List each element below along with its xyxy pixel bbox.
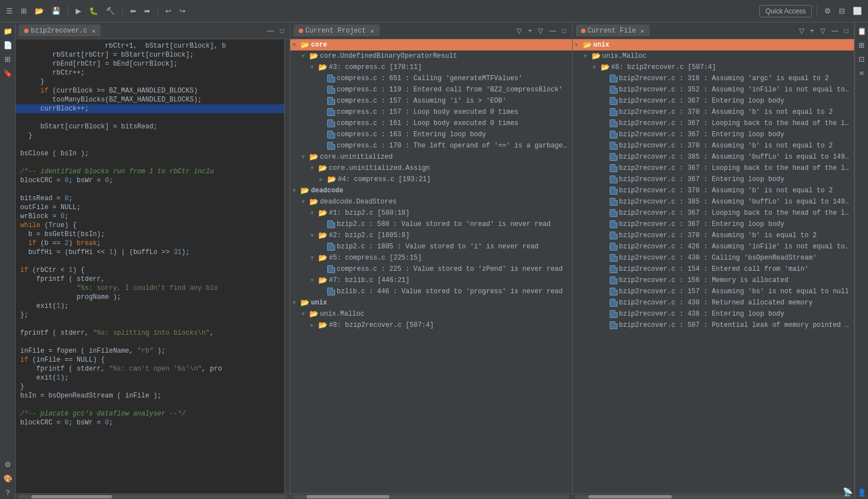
tree-item[interactable]: compress.c : 119 : Entered call from 'BZ… [290, 84, 572, 95]
cf-filter-btn[interactable]: ▽ [797, 26, 806, 36]
cf-minimize-btn[interactable]: — [829, 26, 841, 36]
run-btn[interactable]: ▶ [73, 5, 84, 17]
new-btn[interactable]: ⊞ [18, 5, 30, 17]
current-file-panel-tab[interactable]: Current File ✕ [576, 25, 649, 36]
tree-item[interactable]: bzip2recover.c : 370 : Assuming 'b' is n… [573, 140, 855, 151]
code-content[interactable]: rbCtr+1, bStart[currBlock], b rbStart[rb… [16, 39, 284, 493]
open-btn[interactable]: 📂 [32, 5, 47, 17]
structure-icon[interactable]: ⊞ [1, 53, 15, 66]
project-filter-btn[interactable]: ▽ [514, 26, 524, 36]
project-expand-btn[interactable]: ▽ [536, 26, 545, 36]
build-btn[interactable]: 🔨 [103, 5, 118, 17]
cf-add-btn[interactable]: + [808, 26, 816, 36]
code-maximize-btn[interactable]: □ [278, 26, 286, 36]
code-scrollbar-h[interactable] [18, 495, 287, 498]
cf-maximize-btn[interactable]: □ [842, 26, 851, 36]
tree-item[interactable]: bzip2recover.c : 426 : Assuming 'inFile'… [573, 241, 855, 252]
project-scrollbar-h[interactable] [293, 495, 570, 498]
tree-item[interactable]: bzip2recover.c : 367 : Entering loop bod… [573, 95, 855, 107]
tree-item[interactable]: bzip2recover.c : 370 : Assuming 'b' is n… [573, 107, 855, 118]
tree-item[interactable]: ▼ 📂 #5: compress.c [225:15] [290, 252, 572, 264]
editor-icon[interactable]: 📄 [1, 39, 15, 52]
tree-item[interactable]: bzip2.c : 1805 : Value stored to 'i' is … [290, 241, 572, 252]
tree-item-unix-root[interactable]: ▼ 📂 unix [573, 39, 855, 50]
layout-btn[interactable]: ⊟ [836, 5, 848, 17]
menu-btn[interactable]: ☰ [3, 5, 16, 17]
settings-side-icon[interactable]: ⚙ [1, 458, 15, 471]
tree-item[interactable]: ▼ 📂 unix.Malloc [290, 308, 572, 320]
tree-item[interactable]: ▼ 📂 #1: bzip2.c [580:18] [290, 207, 572, 219]
tree-item[interactable]: ▼ 📂 unix.Malloc [573, 50, 855, 62]
help-icon[interactable]: ? [1, 486, 15, 499]
tree-item[interactable]: ▼ 📂 core.uninitialized [290, 151, 572, 163]
quick-access-button[interactable]: Quick Access [759, 5, 812, 17]
code-scroll-indicator[interactable] [284, 39, 290, 493]
tree-item[interactable]: bzip2recover.c : 385 : Assuming 'buffLo'… [573, 151, 855, 163]
settings-btn[interactable]: ⚙ [821, 5, 834, 17]
tree-item-core[interactable]: ▼ 📂 core [290, 39, 572, 50]
tree-item[interactable]: bzip2recover.c : 154 : Entered call from… [573, 264, 855, 275]
tree-item[interactable]: bzip2recover.c : 157 : Assuming 'bs' is … [573, 286, 855, 297]
tree-item[interactable]: ▼ 📂 #2: bzip2.c [1805:8] [290, 230, 572, 241]
bookmark-icon[interactable]: 🔖 [1, 67, 15, 80]
tree-item-unix[interactable]: ▼ 📂 unix [290, 297, 572, 308]
code-tab-close[interactable]: ✕ [92, 27, 96, 35]
save-btn[interactable]: 💾 [49, 5, 63, 17]
theme-icon[interactable]: 🎨 [1, 472, 15, 485]
tree-item[interactable]: bzip2recover.c : 367 : Entering loop bod… [573, 174, 855, 185]
tree-item[interactable]: ▶ 📂 #8: bzip2recover.c [507:4] [290, 320, 572, 331]
tree-item[interactable]: bzip2recover.c : 370 : Assuming 'b' is e… [573, 230, 855, 241]
tree-item[interactable]: bzip2recover.c : 318 : Assuming 'argc' i… [573, 73, 855, 84]
maximize-btn[interactable]: ⬜ [850, 5, 865, 17]
current-file-tab-close[interactable]: ✕ [640, 27, 644, 35]
code-panel-tab[interactable]: bzip2recover.c ✕ [19, 25, 100, 36]
redo-btn[interactable]: ↪ [177, 5, 188, 17]
project-minimize-btn[interactable]: — [547, 26, 558, 36]
right-icon-5[interactable]: 👤 [855, 486, 869, 499]
code-minimize-btn[interactable]: — [265, 26, 276, 36]
project-add-btn[interactable]: + [526, 26, 534, 36]
right-icon-2[interactable]: ⊞ [855, 39, 869, 52]
tree-item[interactable]: bzip2recover.c : 367 : Entering loop bod… [573, 219, 855, 230]
forward-btn[interactable]: ➡ [141, 5, 153, 17]
tree-item[interactable]: bzip2recover.c : 507 : Potential leak of… [573, 320, 855, 331]
tree-item[interactable]: ▼ 📂 core.UndefinedBinaryOperatorResult [290, 50, 572, 62]
tree-item[interactable]: compress.c : 163 : Entering loop body [290, 129, 572, 140]
back-btn[interactable]: ⬅ [127, 5, 139, 17]
tree-item[interactable]: ▼ 📂 #8: bzip2recover.c [507:4] [573, 62, 855, 73]
tree-item[interactable]: bzip2recover.c : 438 : Entering loop bod… [573, 308, 855, 320]
tree-item[interactable]: compress.c : 157 : Assuming 'i' is > 'EO… [290, 95, 572, 107]
tree-item[interactable]: bzip2recover.c : 367 : Entering loop bod… [573, 129, 855, 140]
tree-item[interactable]: ▶ 📂 #4: compress.c [193:21] [290, 174, 572, 185]
tree-item[interactable]: compress.c : 225 : Value stored to 'zPen… [290, 264, 572, 275]
tree-item[interactable]: bzip2recover.c : 367 : Looping back to t… [573, 118, 855, 129]
tree-item[interactable]: compress.c : 157 : Loop body executed 0 … [290, 107, 572, 118]
project-tree[interactable]: ▼ 📂 core ▼ 📂 core.UndefinedBinaryOperato… [290, 39, 572, 493]
tree-item-deadcode[interactable]: ▼ 📂 deadcode [290, 185, 572, 196]
tree-item[interactable]: bzip2recover.c : 370 : Assuming 'b' is n… [573, 185, 855, 196]
undo-btn[interactable]: ↩ [163, 5, 174, 17]
tree-item[interactable]: compress.c : 651 : Calling 'generateMTFV… [290, 73, 572, 84]
tree-item[interactable]: ▼ 📂 #3: compress.c [170:11] [290, 62, 572, 73]
tree-item[interactable]: bzip2recover.c : 352 : Assuming 'inFile'… [573, 84, 855, 95]
right-icon-4[interactable]: ≡ [855, 67, 869, 80]
tree-item[interactable]: bzip2recover.c : 430 : Returned allocate… [573, 297, 855, 308]
tree-item[interactable]: bzip2recover.c : 430 : Calling 'bsOpenRe… [573, 252, 855, 264]
tree-item[interactable]: compress.c : 161 : Loop body executed 0 … [290, 118, 572, 129]
tree-item[interactable]: bzip2recover.c : 367 : Looping back to t… [573, 163, 855, 174]
tree-item[interactable]: ▼ 📂 #7: bzlib.c [446:21] [290, 275, 572, 286]
tree-item[interactable]: bzip2recover.c : 385 : Assuming 'buffLo'… [573, 196, 855, 207]
right-icon-3[interactable]: ⊡ [855, 53, 869, 66]
tree-item[interactable]: bzlib.c : 446 : Value stored to 'progres… [290, 286, 572, 297]
tree-item[interactable]: bzip2recover.c : 367 : Looping back to t… [573, 207, 855, 219]
tree-item[interactable]: bzip2recover.c : 156 : Memory is allocat… [573, 275, 855, 286]
project-maximize-btn[interactable]: □ [560, 26, 568, 36]
tree-item[interactable]: bzip2.c : 580 : Value stored to 'nread' … [290, 219, 572, 230]
cf-expand-btn[interactable]: ▽ [818, 26, 828, 36]
current-file-tree[interactable]: ▼ 📂 unix ▼ 📂 unix.Malloc ▼ 📂 #8: bzip2re… [573, 39, 855, 493]
tree-item[interactable]: ▼ 📂 core.uninitialized.Assign [290, 163, 572, 174]
tree-item[interactable]: compress.c : 170 : The left operand of '… [290, 140, 572, 151]
project-tab-close[interactable]: ✕ [370, 27, 374, 35]
project-icon[interactable]: 📁 [1, 25, 15, 38]
project-panel-tab[interactable]: Current Project ✕ [294, 25, 379, 36]
